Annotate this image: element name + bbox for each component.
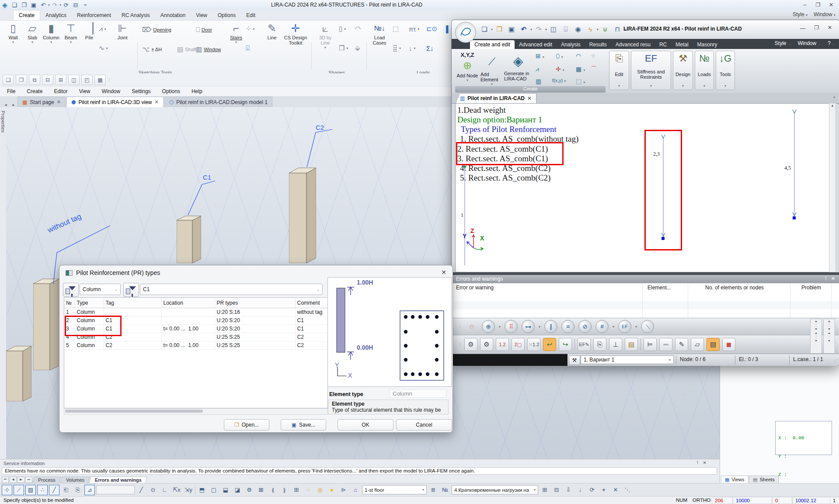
- flags-drawing-icon[interactable]: ⚙: [464, 338, 477, 351]
- table-row[interactable]: 1ColumnU:20 S:16without tag: [64, 308, 327, 316]
- new-file-icon[interactable]: ❏: [10, 1, 19, 9]
- cancel-button[interactable]: Cancel: [396, 419, 452, 431]
- column-solid-c2[interactable]: [289, 166, 316, 263]
- edit-panel-button[interactable]: ⎘Edit▾: [609, 51, 629, 90]
- view-cube-1-icon[interactable]: ⬒: [197, 485, 207, 495]
- lamp-outline-icon[interactable]: ◎: [315, 485, 325, 495]
- cylinder-gen-icon[interactable]: ⬯ ▾: [556, 52, 563, 60]
- design-option-icon[interactable]: ⚒: [569, 355, 580, 365]
- filter-type-button[interactable]: [63, 283, 79, 297]
- fem-new-icon[interactable]: ❏: [479, 24, 490, 35]
- close-panel-icon[interactable]: ✕: [703, 460, 707, 465]
- press-icon[interactable]: ⎓: [659, 338, 672, 351]
- ortho-corner-icon[interactable]: ∟: [160, 485, 170, 495]
- prism-button[interactable]: ⬙: [355, 43, 360, 53]
- layers-2-icon[interactable]: ⟭: [279, 485, 290, 495]
- tab-list-icon[interactable]: ▸: [10, 102, 17, 107]
- view-cube-2-icon[interactable]: ▢: [209, 485, 219, 495]
- snap-line-icon[interactable]: ⟋: [14, 485, 24, 495]
- joint-button[interactable]: ⊩Joint: [113, 22, 132, 40]
- restore-button[interactable]: ❐: [812, 1, 824, 9]
- wall-button[interactable]: ▯Wall▾: [3, 22, 23, 44]
- layers-1-icon[interactable]: ⟬: [268, 485, 278, 495]
- view-cube-3-icon[interactable]: ⬓: [220, 485, 231, 495]
- col-header-prtypes[interactable]: PR types: [215, 298, 295, 308]
- fem-camera-icon[interactable]: ◉: [572, 24, 584, 35]
- fem-tab-list-dropdown[interactable]: ▾: [833, 95, 835, 99]
- refresh-icon[interactable]: ⟳: [587, 485, 597, 495]
- more-tools-icon[interactable]: ⋱: [622, 485, 633, 495]
- tile-vertical-icon[interactable]: ⊞: [55, 75, 66, 85]
- col-header-tag[interactable]: Tag: [104, 298, 161, 308]
- views-tab[interactable]: ▦Views: [721, 476, 748, 483]
- fem-tab-rc[interactable]: RC: [655, 40, 671, 49]
- menu-editor[interactable]: Editor: [54, 88, 67, 94]
- tools-panel-button[interactable]: ↓GTools▾: [716, 51, 735, 90]
- lock-closed-icon[interactable]: ⎘: [73, 485, 83, 495]
- ortho-indicator[interactable]: ORTHO: [690, 497, 713, 503]
- fem-tab-masonry[interactable]: Masonry: [693, 40, 722, 49]
- snap-points-icon[interactable]: ∴: [37, 485, 48, 495]
- add-node-button[interactable]: X,Y,Z ⊕ Add Node▾: [456, 52, 479, 82]
- fem-undo-icon[interactable]: ↶: [518, 24, 529, 35]
- menu-window[interactable]: Window: [102, 88, 121, 94]
- close-tab-icon[interactable]: ✕: [154, 99, 158, 105]
- building-levels-icon[interactable]: ⌂: [350, 485, 361, 495]
- rigid-body-icon[interactable]: ⊨: [644, 338, 657, 351]
- menu-create[interactable]: Create: [27, 88, 42, 94]
- element-numbers-icon[interactable]: 2▢: [512, 338, 525, 351]
- tile-horizontal-icon[interactable]: ⊟: [42, 75, 53, 85]
- draw-line-icon[interactable]: ╱: [136, 485, 146, 495]
- edit-stiffness-icon[interactable]: EF✎: [578, 338, 591, 351]
- minimize-button[interactable]: –: [799, 1, 811, 9]
- first-tab-icon[interactable]: ⏮: [2, 476, 9, 483]
- load-case-select[interactable]: 4.Кратковременные нагрузки на▾: [452, 485, 538, 494]
- fem-tab-results[interactable]: Results: [585, 40, 611, 49]
- ok-button[interactable]: OK: [338, 419, 393, 431]
- table-check-icon[interactable]: ⊟: [551, 485, 562, 495]
- menu-file[interactable]: File: [7, 88, 15, 94]
- fem-tab-advanced-results[interactable]: Advanced resu: [611, 40, 655, 49]
- load-dist-button[interactable]: πτ▾: [409, 24, 419, 34]
- lock-open-icon[interactable]: ⎗: [61, 485, 71, 495]
- undo-icon[interactable]: ↶: [38, 1, 48, 9]
- frame-gen-icon[interactable]: ⊞ ▾: [536, 52, 544, 59]
- view-3d-icon[interactable]: ◰: [81, 75, 93, 85]
- node-numbers-icon[interactable]: 1.2: [496, 338, 509, 351]
- err-col-error[interactable]: Error or warning: [456, 285, 494, 291]
- draw-circle-icon[interactable]: ⊙: [148, 485, 158, 495]
- coordinate-field[interactable]: [96, 485, 135, 494]
- dialog-close-icon[interactable]: ✕: [441, 269, 446, 276]
- menu-view[interactable]: View: [79, 88, 91, 94]
- fem-tab-metal[interactable]: Metal: [671, 40, 693, 49]
- values-display-icon[interactable]: ⁙1.2: [527, 338, 540, 351]
- style-menu[interactable]: Style ▾: [793, 11, 808, 17]
- load-number-icon[interactable]: №: [440, 485, 450, 495]
- lamp-off-icon[interactable]: ○: [303, 485, 313, 495]
- filter-grid-icon[interactable]: #: [595, 320, 609, 333]
- tab-edit[interactable]: Edit: [241, 10, 261, 20]
- plumb-button[interactable]: ⍗: [246, 43, 250, 53]
- storey-select[interactable]: 1-st floor▾: [362, 485, 427, 494]
- truss-button[interactable]: ⩘▾: [99, 24, 106, 34]
- col-header-comment[interactable]: Comment: [295, 298, 327, 308]
- 3d-by-line-button[interactable]: ⟀3D by Line▾: [315, 22, 336, 49]
- view-plan-icon[interactable]: ▦: [94, 75, 106, 85]
- tab-reinforcement[interactable]: Reinforcement: [72, 10, 116, 20]
- view-zero-icon[interactable]: ⊠: [256, 485, 266, 495]
- fem-book-icon[interactable]: ⌺: [560, 24, 571, 35]
- fem-tab-create-edit[interactable]: Create and edit: [470, 40, 515, 49]
- tab-rc-analysis[interactable]: RC Analysis: [116, 10, 155, 20]
- hatch-icon[interactable]: ▨: [707, 338, 720, 351]
- properties-side-tab[interactable]: Properties: [0, 107, 7, 459]
- pile-button[interactable]: ▕Pile: [80, 22, 99, 40]
- fem-help-menu[interactable]: ? ⌄: [828, 40, 835, 46]
- num-indicator[interactable]: NUM: [673, 497, 690, 503]
- design-option-select[interactable]: 1. Вариант 1▾: [581, 355, 674, 364]
- pin-icon[interactable]: ⊺: [696, 460, 699, 465]
- assign-restraints-icon[interactable]: ⊥: [609, 338, 622, 351]
- load-area-button[interactable]: ⬚: [393, 24, 399, 34]
- pin-icon[interactable]: ⊺: [825, 276, 827, 282]
- last-tab-icon[interactable]: ⏭: [25, 476, 32, 483]
- tab-view[interactable]: View: [191, 10, 212, 20]
